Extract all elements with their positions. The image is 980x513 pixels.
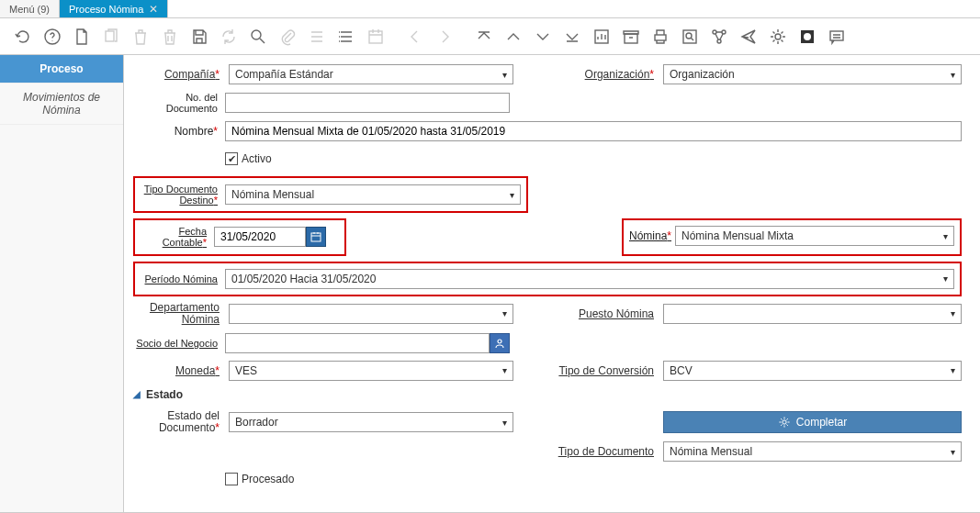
moneda-select[interactable]: VES ▾ — [229, 361, 513, 381]
last-icon[interactable] — [562, 27, 582, 47]
down-icon[interactable] — [533, 27, 553, 47]
copy-icon[interactable] — [101, 27, 121, 47]
tipo-conversion-value: BCV — [670, 364, 693, 377]
report-icon[interactable] — [591, 27, 612, 47]
print-icon[interactable] — [650, 27, 670, 47]
next-icon[interactable] — [434, 27, 455, 47]
main-layout: Proceso Movimientos de Nómina Compañía* … — [0, 55, 980, 513]
label-nombre: Nombre* — [133, 125, 225, 138]
svg-point-2 — [252, 30, 261, 39]
section-estado-label: Estado — [146, 388, 183, 401]
label-puesto-nomina: Puesto Nómina — [531, 307, 659, 320]
delete2-icon[interactable] — [160, 27, 180, 47]
prev-icon[interactable] — [405, 27, 425, 47]
save-icon[interactable] — [189, 27, 209, 47]
info-icon[interactable] — [797, 27, 817, 47]
nombre-input[interactable] — [225, 121, 962, 141]
label-tipo-documento: Tipo de Documento — [531, 445, 659, 458]
label-tipo-doc-destino: Tipo Documento Destino* — [141, 184, 225, 206]
periodo-nomina-select[interactable]: 01/05/2020 Hacia 31/05/2020 ▾ — [225, 269, 954, 289]
close-icon[interactable]: ✕ — [149, 3, 158, 16]
completar-button[interactable]: Completar — [663, 411, 962, 433]
departamento-select[interactable]: ▾ — [229, 304, 513, 324]
svg-point-18 — [783, 420, 786, 424]
attach-icon[interactable] — [277, 27, 298, 47]
help-icon[interactable] — [42, 27, 62, 47]
tipo-documento-select[interactable]: Nómina Mensual ▾ — [663, 441, 962, 462]
svg-rect-6 — [655, 35, 666, 40]
caret-down-icon: ▾ — [951, 308, 955, 318]
tab-proceso-label: Proceso Nómina — [69, 4, 143, 15]
tipo-doc-destino-select[interactable]: Nómina Mensual ▾ — [225, 184, 521, 205]
tab-menu[interactable]: Menú (9) — [0, 0, 60, 17]
form-content: Compañía* Compañía Estándar ▾ Organizaci… — [124, 55, 980, 512]
label-moneda: Moneda* — [133, 364, 225, 377]
checkbox-unchecked-icon — [225, 473, 238, 485]
svg-rect-16 — [311, 233, 321, 241]
organizacion-select[interactable]: Organización ▾ — [663, 64, 962, 84]
sidebar-item-movimientos[interactable]: Movimientos de Nómina — [0, 84, 123, 125]
section-estado[interactable]: ◢ Estado — [133, 388, 962, 401]
nomina-select[interactable]: Nómina Mensual Mixta ▾ — [675, 226, 954, 246]
sidebar-item-proceso[interactable]: Proceso — [0, 55, 123, 84]
undo-icon[interactable] — [13, 27, 33, 47]
svg-point-14 — [804, 33, 811, 40]
label-tipo-conversion: Tipo de Conversión — [531, 364, 659, 377]
svg-point-12 — [775, 34, 781, 39]
svg-rect-5 — [625, 34, 637, 43]
fecha-contable-input[interactable] — [214, 227, 306, 247]
archive-icon[interactable] — [621, 27, 641, 47]
checkbox-checked-icon: ✔ — [225, 152, 238, 165]
completar-label: Completar — [796, 416, 847, 429]
puesto-nomina-select[interactable]: ▾ — [663, 304, 962, 324]
chat-icon[interactable] — [827, 27, 847, 47]
highlight-nomina: Nómina* Nómina Mensual Mixta ▾ — [622, 218, 962, 255]
new-icon[interactable] — [72, 27, 92, 47]
activo-label: Activo — [242, 152, 272, 165]
svg-rect-7 — [683, 30, 696, 43]
organizacion-value: Organización — [670, 68, 735, 81]
procesado-checkbox[interactable]: Procesado — [225, 473, 294, 485]
compania-select[interactable]: Compañía Estándar ▾ — [229, 64, 513, 84]
zoom-icon[interactable] — [680, 27, 700, 47]
date-picker-button[interactable] — [306, 227, 326, 247]
label-periodo-nomina: Período Nómina — [141, 273, 225, 284]
tab-proceso-nomina[interactable]: Proceso Nómina ✕ — [60, 0, 168, 17]
periodo-nomina-value: 01/05/2020 Hacia 31/05/2020 — [231, 273, 376, 285]
send-icon[interactable] — [738, 27, 759, 47]
highlight-periodo-nomina: Período Nómina 01/05/2020 Hacia 31/05/20… — [133, 262, 962, 296]
caret-down-icon: ▾ — [502, 418, 507, 428]
svg-rect-1 — [106, 31, 114, 41]
tipo-conversion-select[interactable]: BCV ▾ — [663, 361, 962, 381]
caret-down-icon: ▾ — [502, 70, 507, 80]
svg-point-11 — [717, 39, 721, 43]
no-documento-input[interactable] — [225, 93, 510, 113]
sidebar: Proceso Movimientos de Nómina — [0, 55, 124, 512]
label-compania: Compañía* — [133, 68, 225, 81]
label-no-documento: No. del Documento — [133, 92, 225, 114]
svg-rect-3 — [369, 31, 382, 43]
activo-checkbox[interactable]: ✔ Activo — [225, 152, 272, 165]
gear-icon[interactable] — [768, 27, 788, 47]
list-icon[interactable] — [307, 27, 327, 47]
label-nomina: Nómina* — [629, 229, 675, 242]
first-icon[interactable] — [474, 27, 494, 47]
caret-down-icon: ▾ — [951, 447, 955, 457]
up-icon[interactable] — [503, 27, 524, 47]
tab-bar: Menú (9) Proceso Nómina ✕ — [0, 0, 980, 18]
socio-negocio-input[interactable] — [225, 333, 490, 353]
calendar-icon[interactable] — [366, 27, 386, 47]
estado-documento-select[interactable]: Borrador ▾ — [229, 412, 513, 432]
tipo-doc-destino-value: Nómina Mensual — [231, 188, 314, 201]
estado-documento-value: Borrador — [235, 416, 278, 429]
workflow-icon[interactable] — [709, 27, 729, 47]
grid-icon[interactable] — [336, 27, 356, 47]
refresh-icon[interactable] — [219, 27, 239, 47]
socio-lookup-button[interactable] — [490, 333, 510, 353]
search-icon[interactable] — [248, 27, 268, 47]
highlight-fecha-contable: Fecha Contable* — [133, 218, 346, 255]
procesado-label: Procesado — [242, 473, 294, 485]
svg-point-9 — [713, 30, 716, 34]
caret-down-icon: ▾ — [502, 308, 507, 318]
delete-icon[interactable] — [130, 27, 151, 47]
